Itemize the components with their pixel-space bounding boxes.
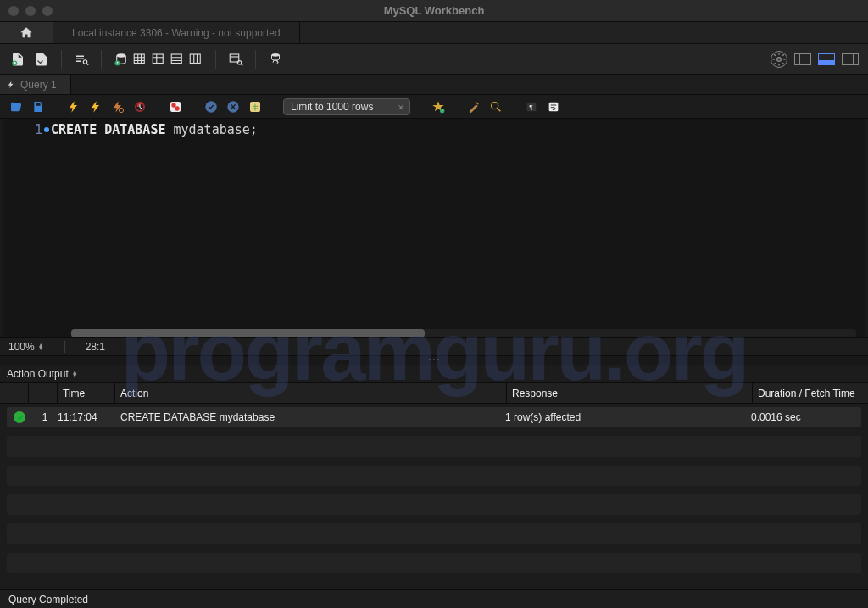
create-procedure-icon[interactable] xyxy=(168,50,186,69)
connection-tab[interactable]: Local instance 3306 - Warning - not supp… xyxy=(53,22,300,43)
col-action[interactable]: Action xyxy=(115,383,507,403)
panel-toggle-right-icon[interactable] xyxy=(841,50,860,69)
svg-rect-4 xyxy=(134,54,144,64)
explain-icon[interactable] xyxy=(110,99,125,114)
stop-icon[interactable] xyxy=(132,99,147,114)
search-table-data-icon[interactable] xyxy=(226,50,245,69)
output-mode-dropdown[interactable]: Action Output ▲▼ xyxy=(7,368,78,380)
home-icon xyxy=(19,25,34,41)
output-row-blank xyxy=(7,466,861,486)
sql-keyword: DATABASE xyxy=(104,122,165,137)
toolbar-separator xyxy=(61,50,62,69)
limit-rows-dropdown[interactable]: Limit to 1000 rows xyxy=(283,98,410,115)
query-tab-label: Query 1 xyxy=(20,79,57,91)
save-file-icon[interactable] xyxy=(31,99,46,114)
time-cell: 11:17:04 xyxy=(58,411,115,423)
svg-rect-6 xyxy=(171,54,181,64)
output-row-blank xyxy=(7,523,861,544)
chevron-updown-icon: ▲▼ xyxy=(38,343,44,350)
svg-point-15 xyxy=(171,103,175,107)
pane-splitter[interactable] xyxy=(0,356,868,365)
home-tab[interactable] xyxy=(0,22,53,43)
svg-point-11 xyxy=(777,57,782,61)
editor-toolbar: I Limit to 1000 rows ¶ xyxy=(0,95,868,119)
svg-rect-8 xyxy=(230,54,239,62)
svg-rect-5 xyxy=(153,54,163,64)
col-index[interactable] xyxy=(29,383,58,403)
cursor-position: 28:1 xyxy=(86,341,105,353)
titlebar: MySQL Workbench xyxy=(0,0,868,22)
svg-point-17 xyxy=(205,101,216,112)
status-text: Query Completed xyxy=(8,594,88,605)
output-mode-label: Action Output xyxy=(7,368,69,380)
output-row[interactable]: 1 11:17:04 CREATE DATABASE mydatabase 1 … xyxy=(7,407,861,427)
col-duration[interactable]: Duration / Fetch Time xyxy=(753,383,868,403)
output-header: Action Output ▲▼ xyxy=(0,365,868,383)
response-cell: 1 row(s) affected xyxy=(500,411,746,423)
toolbar-separator xyxy=(215,50,216,69)
limit-rows-label: Limit to 1000 rows xyxy=(291,101,373,113)
svg-point-2 xyxy=(117,53,126,58)
zoom-value: 100% xyxy=(8,341,35,353)
settings-icon[interactable] xyxy=(770,50,788,69)
svg-rect-14 xyxy=(170,102,181,112)
commit-icon[interactable] xyxy=(203,99,219,114)
editor-horizontal-scrollbar[interactable] xyxy=(71,329,856,337)
beautify-icon[interactable] xyxy=(466,99,481,114)
autocommit-icon[interactable] xyxy=(248,99,263,114)
connection-tab-label: Local instance 3306 - Warning - not supp… xyxy=(72,27,281,39)
chevron-updown-icon: ▲▼ xyxy=(72,371,78,377)
output-body: 1 11:17:04 CREATE DATABASE mydatabase 1 … xyxy=(0,404,868,573)
status-cell xyxy=(7,411,32,423)
index-cell: 1 xyxy=(32,411,58,423)
svg-point-10 xyxy=(272,53,280,56)
create-schema-icon[interactable] xyxy=(112,50,131,69)
create-function-icon[interactable] xyxy=(186,50,205,69)
panel-toggle-left-icon[interactable] xyxy=(793,50,812,69)
sql-identifier: mydatabase xyxy=(174,122,250,137)
output-table-header: Time Action Response Duration / Fetch Ti… xyxy=(0,383,868,404)
panel-toggle-bottom-icon[interactable] xyxy=(817,50,836,69)
inspector-icon[interactable] xyxy=(72,50,91,69)
scrollbar-thumb[interactable] xyxy=(71,329,425,337)
editor-code[interactable]: CREATE DATABASE mydatabase; xyxy=(51,119,258,337)
zoom-dropdown[interactable]: 100% ▲▼ xyxy=(8,341,44,353)
statement-marker-icon xyxy=(44,127,49,132)
invisible-chars-icon[interactable]: ¶ xyxy=(524,99,539,114)
toolbar-separator xyxy=(101,50,102,69)
toolbar-separator xyxy=(255,50,256,69)
editor-gutter: 1 xyxy=(3,119,51,337)
open-sql-file-icon[interactable] xyxy=(32,50,51,69)
reconnect-icon[interactable] xyxy=(266,50,285,69)
svg-text:¶: ¶ xyxy=(529,103,532,111)
col-time[interactable]: Time xyxy=(58,383,115,403)
statusbar: Query Completed xyxy=(0,589,868,608)
svg-point-13 xyxy=(119,108,123,112)
rollback-icon[interactable] xyxy=(225,99,241,114)
svg-rect-7 xyxy=(190,54,200,64)
sql-editor[interactable]: 1 CREATE DATABASE mydatabase; xyxy=(0,119,868,337)
svg-point-16 xyxy=(175,106,179,110)
execute-icon[interactable] xyxy=(66,99,81,114)
stop-on-error-icon[interactable] xyxy=(168,99,183,114)
create-table-icon[interactable] xyxy=(131,50,149,69)
grip-icon xyxy=(429,359,439,362)
open-file-icon[interactable] xyxy=(8,99,24,114)
editor-footer: 100% ▲▼ 28:1 xyxy=(0,337,868,356)
sql-keyword: CREATE xyxy=(51,122,97,137)
execute-current-icon[interactable]: I xyxy=(88,99,103,114)
favorite-icon[interactable] xyxy=(431,99,446,114)
action-cell: CREATE DATABASE mydatabase xyxy=(115,411,500,423)
query-tab[interactable]: Query 1 xyxy=(0,75,71,94)
main-toolbar xyxy=(0,44,868,75)
col-status[interactable] xyxy=(0,383,29,403)
svg-point-21 xyxy=(492,102,498,109)
find-icon[interactable] xyxy=(488,99,504,114)
output-row-blank xyxy=(7,553,861,573)
lightning-icon xyxy=(7,80,15,90)
create-view-icon[interactable] xyxy=(149,50,168,69)
new-sql-tab-icon[interactable] xyxy=(8,50,27,69)
query-tabs: Query 1 xyxy=(0,75,868,95)
col-response[interactable]: Response xyxy=(507,383,753,403)
wrap-icon[interactable] xyxy=(546,99,561,114)
